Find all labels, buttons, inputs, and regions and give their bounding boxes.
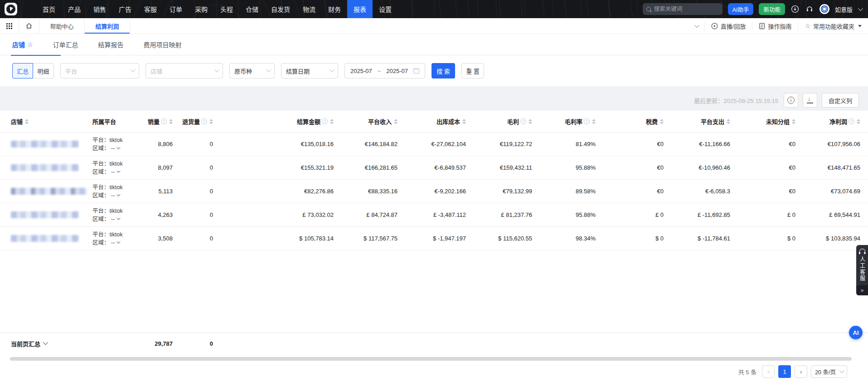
region-expand-icon[interactable] <box>116 145 120 149</box>
nav-item-设置[interactable]: 设置 <box>373 0 398 18</box>
nav-item-客服[interactable]: 客服 <box>138 0 163 18</box>
column-header-store[interactable]: 店铺 <box>11 111 92 132</box>
column-header-returns[interactable]: 退货量? <box>173 111 213 132</box>
nav-item-产品[interactable]: 产品 <box>62 0 87 18</box>
apps-grid-button[interactable] <box>0 18 19 34</box>
home-tab[interactable] <box>19 18 39 34</box>
sort-icon[interactable] <box>462 119 466 124</box>
app-logo-icon[interactable] <box>5 3 17 15</box>
export-button[interactable] <box>803 93 817 108</box>
region-expand-icon[interactable] <box>116 216 120 220</box>
help-icon[interactable]: ? <box>322 118 328 124</box>
search-button[interactable]: 搜 索 <box>432 63 455 78</box>
store-name-masked[interactable] <box>11 188 87 195</box>
help-icon[interactable]: ? <box>520 118 526 124</box>
nav-item-订单[interactable]: 订单 <box>163 0 189 18</box>
tabs-collapse-button[interactable] <box>688 21 704 30</box>
prev-page-button[interactable]: ‹ <box>762 365 775 378</box>
column-header-settlement[interactable]: 结算金额? <box>213 111 334 132</box>
column-header-net_profit[interactable]: 净利润? <box>795 111 860 132</box>
sort-icon[interactable] <box>792 119 795 124</box>
ai-fab-button[interactable]: AI <box>849 326 863 339</box>
store-name-masked[interactable] <box>11 164 79 171</box>
nav-item-仓储[interactable]: 仓储 <box>239 0 265 18</box>
column-header-sales[interactable]: 销量? <box>145 111 173 132</box>
sort-icon[interactable] <box>25 119 29 124</box>
help-icon[interactable]: ? <box>849 118 854 124</box>
download-circle-icon[interactable] <box>790 5 800 14</box>
column-header-tax[interactable]: 税费 <box>596 111 664 132</box>
mode-明细[interactable]: 明细 <box>33 63 54 78</box>
subtab-店铺[interactable]: 店铺☆ <box>12 34 33 55</box>
store-select[interactable]: 店铺 <box>145 63 223 78</box>
sort-icon[interactable] <box>209 119 213 124</box>
column-header-income[interactable]: 平台收入 <box>334 111 398 132</box>
global-search[interactable] <box>643 3 723 15</box>
help-icon[interactable]: ? <box>201 118 207 124</box>
reset-button[interactable]: 重 置 <box>461 63 484 78</box>
nav-item-物流[interactable]: 物流 <box>296 0 322 18</box>
column-header-gross[interactable]: 毛利? <box>466 111 532 132</box>
mode-汇总[interactable]: 汇总 <box>12 63 33 78</box>
search-input[interactable] <box>654 6 713 12</box>
tab-help-center[interactable]: 帮助中心 <box>39 18 85 34</box>
pin-icon[interactable]: ☆ <box>27 41 33 48</box>
nav-item-首页[interactable]: 首页 <box>36 0 62 18</box>
nav-item-采购[interactable]: 采购 <box>189 0 214 18</box>
nav-item-头程[interactable]: 头程 <box>214 0 239 18</box>
sort-icon[interactable] <box>169 119 173 124</box>
column-header-unknown_group[interactable]: 未知分组 <box>730 111 795 132</box>
customize-columns-button[interactable]: 自定义列 <box>822 93 859 108</box>
store-name-masked[interactable] <box>11 141 79 147</box>
avatar[interactable] <box>820 4 829 14</box>
new-features-button[interactable]: 新功能 <box>759 3 785 15</box>
region-expand-icon[interactable] <box>116 192 120 196</box>
help-icon[interactable]: ? <box>584 118 590 124</box>
store-name-masked[interactable] <box>11 235 79 242</box>
collapse-right-button[interactable]: » <box>856 285 868 295</box>
nav-item-报表[interactable]: 报表 <box>347 0 373 18</box>
nav-item-财务[interactable]: 财务 <box>322 0 347 18</box>
nav-item-销售[interactable]: 销售 <box>87 0 112 18</box>
region-expand-icon[interactable] <box>116 240 120 243</box>
column-header-gross_rate[interactable]: 毛利率? <box>532 111 596 132</box>
favorites-menu[interactable]: ☆ 常用功能收藏夹 <box>798 21 868 30</box>
nav-item-自发货[interactable]: 自发货 <box>265 0 296 18</box>
customer-service-widget[interactable]: 人工客服 » <box>856 245 868 295</box>
info-button[interactable]: i <box>784 93 798 108</box>
play-circle-icon <box>711 23 718 29</box>
page-size-select[interactable]: 20 条/页 <box>811 365 847 378</box>
column-header-platform_payout[interactable]: 平台支出 <box>664 111 730 132</box>
date-type-select[interactable]: 结算日期 <box>281 63 338 78</box>
horizontal-scrollbar[interactable] <box>10 357 852 361</box>
store-name-masked[interactable] <box>11 211 79 218</box>
column-header-outbound_cost[interactable]: 出库成本 <box>398 111 466 132</box>
ai-assistant-button[interactable]: AI助手 <box>728 3 754 15</box>
sort-icon[interactable] <box>660 119 664 124</box>
chevron-down-icon[interactable] <box>858 6 863 11</box>
sort-icon[interactable] <box>592 119 596 124</box>
live-replay-link[interactable]: 直播/回放 <box>704 21 752 30</box>
sort-icon[interactable] <box>529 119 532 124</box>
headset-icon[interactable] <box>805 5 814 14</box>
nav-item-广告[interactable]: 广告 <box>112 0 138 18</box>
region-expand-icon[interactable] <box>116 169 120 172</box>
help-icon[interactable]: ? <box>161 118 167 124</box>
current-page[interactable]: 1 <box>778 365 791 378</box>
next-page-button[interactable]: › <box>795 365 807 378</box>
subtab-费用项目映射[interactable]: 费用项目映射 <box>144 34 182 55</box>
operation-guide-link[interactable]: 操作指南 <box>752 21 798 30</box>
platform-select[interactable]: 平台 <box>60 63 139 78</box>
sort-icon[interactable] <box>394 119 398 124</box>
sort-icon[interactable] <box>330 119 334 124</box>
date-range-picker[interactable]: 2025-07 ~ 2025-07 <box>344 63 425 78</box>
cell-settlement: $ 105,783.14 <box>213 235 334 242</box>
tab-settlement-profit[interactable]: 结算利润 <box>85 18 130 34</box>
subtab-结算报告[interactable]: 结算报告 <box>98 34 124 55</box>
summary-toggle[interactable]: 当前页汇总 <box>11 339 145 348</box>
sort-icon[interactable] <box>727 119 730 124</box>
subtab-订单汇总[interactable]: 订单汇总 <box>53 34 78 55</box>
cell-gross_rate: 81.49% <box>532 141 596 147</box>
currency-select[interactable]: 原币种 <box>229 63 275 78</box>
sort-icon[interactable] <box>857 119 860 124</box>
